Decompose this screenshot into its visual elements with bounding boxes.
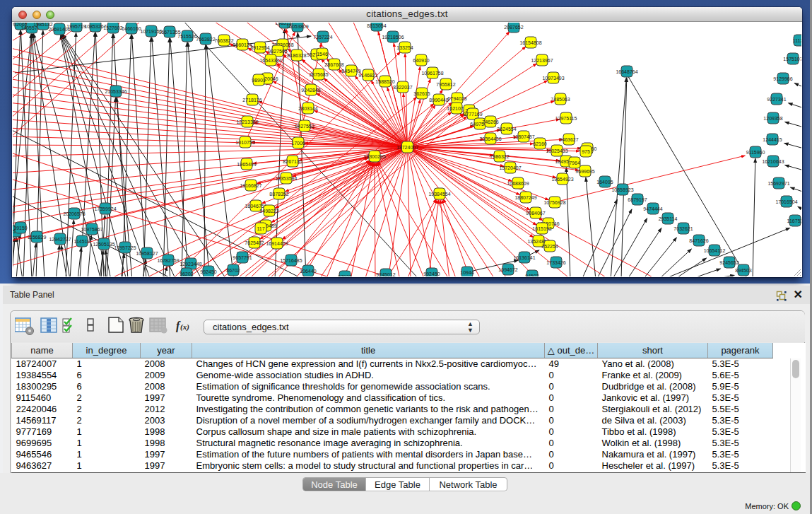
svg-text:98901: 98901 [252,78,266,83]
svg-text:12975115: 12975115 [555,116,577,121]
svg-text:2935114: 2935114 [659,216,678,221]
svg-text:992450: 992450 [423,271,440,276]
svg-text:1527602: 1527602 [103,25,122,30]
svg-text:1546: 1546 [317,52,328,57]
svg-text:18300295: 18300295 [363,154,385,159]
svg-text:17957225: 17957225 [114,245,136,250]
svg-text:7955812: 7955812 [436,82,455,87]
svg-text:7663822: 7663822 [214,38,233,43]
svg-text:10025433: 10025433 [546,148,567,153]
svg-text:116753: 116753 [787,218,801,223]
svg-text:9245652: 9245652 [719,260,739,265]
svg-text:1244415: 1244415 [763,137,782,142]
svg-text:8660124: 8660124 [233,42,252,47]
svg-text:15692971: 15692971 [767,181,789,186]
svg-text:10756928: 10756928 [543,200,565,205]
svg-text:7663822: 7663822 [196,37,215,42]
svg-text:39159: 39159 [13,226,28,230]
svg-text:9115960: 9115960 [746,150,765,155]
svg-text:1733426: 1733426 [546,260,565,265]
svg-text:1995719: 1995719 [66,24,86,29]
svg-text:96202: 96202 [180,271,194,276]
svg-text:(x): (x) [180,322,189,332]
svg-text:9242848: 9242848 [301,88,320,93]
svg-text:16136141: 16136141 [513,255,535,260]
svg-text:9227341: 9227341 [767,97,786,102]
svg-text:12213369: 12213369 [236,119,258,124]
svg-text:94503: 94503 [525,274,539,276]
svg-text:9474444: 9474444 [643,206,662,211]
svg-text:8990448: 8990448 [429,98,448,103]
svg-text:12942737: 12942737 [49,237,71,242]
svg-text:1575107: 1575107 [783,57,801,62]
svg-text:164095: 164095 [596,180,613,185]
svg-text:1615192: 1615192 [532,226,551,231]
svg-text:16782759: 16782759 [157,258,179,263]
svg-text:62160: 62160 [533,141,547,146]
svg-text:7625402: 7625402 [245,240,264,245]
svg-text:2803144: 2803144 [298,106,317,111]
svg-text:1588520: 1588520 [375,79,394,84]
svg-text:20364436: 20364436 [479,136,501,141]
svg-text:16053809: 16053809 [286,24,308,29]
svg-text:10858923: 10858923 [611,187,633,192]
svg-text:19654923: 19654923 [551,177,573,182]
svg-text:87922: 87922 [338,274,352,276]
svg-text:9146821: 9146821 [358,73,377,78]
svg-text:8186328: 8186328 [287,53,306,58]
svg-text:10975867: 10975867 [81,227,102,232]
svg-text:9245012: 9245012 [376,272,395,276]
svg-text:640910: 640910 [413,58,429,63]
svg-text:16210643: 16210643 [762,159,784,164]
svg-text:19166827: 19166827 [240,183,261,188]
svg-text:117: 117 [257,226,264,231]
svg-text:3624554: 3624554 [497,127,516,132]
svg-text:9084067: 9084067 [526,211,545,216]
svg-text:8471626: 8471626 [689,238,708,243]
svg-text:20206576: 20206576 [63,211,85,216]
svg-text:3498222: 3498222 [259,209,278,214]
svg-text:7357224: 7357224 [313,35,332,40]
svg-text:3875685: 3875685 [309,72,328,77]
svg-text:7986322: 7986322 [490,154,509,159]
svg-text:19384554: 19384554 [428,192,450,197]
svg-text:9699695: 9699695 [575,169,594,174]
svg-text:17359924: 17359924 [94,206,116,211]
svg-text:17016504: 17016504 [775,199,797,204]
svg-text:106440: 106440 [300,269,316,274]
svg-text:7485063: 7485063 [551,97,570,102]
svg-text:18724007: 18724007 [396,145,418,150]
svg-text:10961758: 10961758 [421,71,443,76]
svg-text:16648764: 16648764 [616,69,637,74]
svg-text:975: 975 [582,149,590,154]
svg-text:6466160: 6466160 [122,26,141,31]
svg-text:10958127: 10958127 [136,251,158,256]
svg-text:992450: 992450 [200,269,216,274]
svg-text:2867608: 2867608 [324,62,343,67]
svg-text:17006: 17006 [291,141,305,146]
svg-text:6879197: 6879197 [628,197,647,202]
svg-text:10688609: 10688609 [507,181,529,186]
svg-text:362615: 362615 [413,91,430,96]
svg-text:746266: 746266 [482,119,498,124]
svg-text:10807487: 10807487 [512,134,534,139]
svg-text:114519: 114519 [74,239,90,244]
svg-text:2087652: 2087652 [504,25,523,30]
svg-text:11353594: 11353594 [276,176,298,181]
svg-text:16543382: 16543382 [259,58,281,63]
svg-text:6794028: 6794028 [447,96,466,101]
svg-text:15716485: 15716485 [280,258,302,263]
svg-text:8322037: 8322037 [393,85,412,90]
svg-text:7515526: 7515526 [177,34,196,39]
svg-text:7032621: 7032621 [673,226,693,231]
svg-text:8267130: 8267130 [283,159,302,164]
svg-text:1094672: 1094672 [498,267,517,272]
svg-text:8427552: 8427552 [295,124,314,129]
svg-text:252254: 252254 [541,244,558,249]
svg-text:894503: 894503 [735,268,751,273]
svg-text:8813054: 8813054 [367,23,386,28]
svg-text:1209358: 1209358 [763,116,782,121]
svg-text:15720407: 15720407 [499,165,521,170]
svg-text:21053346: 21053346 [105,89,126,94]
svg-text:1965494: 1965494 [237,162,256,167]
